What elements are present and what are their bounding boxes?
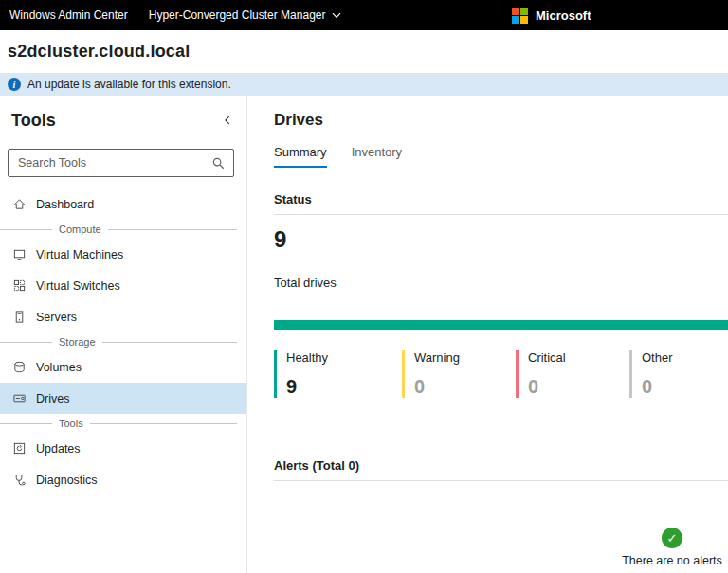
sidebar-item-drives[interactable]: Drives bbox=[0, 383, 246, 414]
tab-bar: Summary Inventory bbox=[274, 145, 728, 168]
status-section-heading: Status bbox=[274, 192, 728, 215]
tile-label: Healthy bbox=[286, 350, 402, 365]
sidebar-item-dashboard[interactable]: Dashboard bbox=[0, 188, 246, 220]
warning-tile: Warning 0 bbox=[402, 350, 516, 398]
notification-message: An update is available for this extensio… bbox=[27, 78, 231, 91]
virtual-switches-icon bbox=[11, 278, 27, 293]
diagnostics-icon bbox=[11, 473, 27, 487]
chevron-down-icon bbox=[332, 12, 341, 19]
page-title: s2dcluster.cloud.local bbox=[8, 42, 190, 62]
drives-panel: Drives Summary Inventory Status 9 Total … bbox=[247, 96, 728, 573]
sidebar-item-label: Servers bbox=[36, 311, 77, 324]
check-circle-icon: ✓ bbox=[662, 528, 682, 548]
search-input[interactable] bbox=[18, 156, 211, 170]
sidebar-item-virtual-switches[interactable]: Virtual Switches bbox=[0, 270, 246, 301]
tools-sidebar: Tools Dashboard Compute bbox=[0, 96, 247, 573]
section-divider-tools: Tools bbox=[0, 414, 246, 433]
top-app-bar: Windows Admin Center Hyper-Converged Clu… bbox=[0, 0, 728, 30]
no-alerts-empty-state: ✓ There are no alerts bbox=[616, 528, 728, 567]
dashboard-icon bbox=[11, 197, 27, 211]
tile-label: Warning bbox=[414, 350, 516, 365]
solution-switcher[interactable]: Hyper-Converged Cluster Manager bbox=[139, 9, 352, 22]
empty-state-text: There are no alerts bbox=[622, 554, 722, 567]
info-icon: i bbox=[8, 78, 21, 91]
total-drives-count: 9 bbox=[274, 226, 728, 253]
section-label: Storage bbox=[59, 336, 96, 348]
healthy-tile: Healthy 9 bbox=[274, 350, 402, 398]
update-notification-banner: i An update is available for this extens… bbox=[0, 73, 728, 96]
app-title-link[interactable]: Windows Admin Center bbox=[0, 9, 139, 22]
section-divider-compute: Compute bbox=[0, 220, 246, 239]
tile-value: 0 bbox=[642, 376, 727, 398]
tab-inventory[interactable]: Inventory bbox=[352, 145, 402, 168]
sidebar-item-label: Diagnostics bbox=[36, 474, 98, 487]
other-tile: Other 0 bbox=[629, 350, 727, 398]
section-label: Compute bbox=[59, 224, 101, 235]
tile-value: 9 bbox=[286, 376, 402, 398]
virtual-machines-icon bbox=[11, 247, 27, 261]
chevron-left-icon bbox=[222, 115, 233, 126]
section-label: Tools bbox=[59, 418, 83, 429]
total-drives-label: Total drives bbox=[274, 276, 728, 290]
solution-title: Hyper-Converged Cluster Manager bbox=[149, 9, 326, 22]
tools-nav: Dashboard Compute Virtual Machines Virtu… bbox=[0, 188, 246, 495]
sidebar-item-label: Volumes bbox=[36, 361, 82, 374]
servers-icon bbox=[11, 310, 27, 324]
microsoft-logo-icon bbox=[512, 8, 528, 24]
search-icon bbox=[211, 156, 226, 170]
sidebar-item-volumes[interactable]: Volumes bbox=[0, 351, 246, 383]
microsoft-brand-label: Microsoft bbox=[536, 9, 592, 23]
cluster-header: s2dcluster.cloud.local bbox=[0, 30, 728, 73]
updates-icon bbox=[11, 441, 27, 456]
section-divider-storage: Storage bbox=[0, 332, 246, 351]
panel-title: Drives bbox=[274, 111, 728, 130]
tools-header: Tools bbox=[0, 109, 246, 132]
drives-icon bbox=[11, 391, 27, 405]
sidebar-item-label: Virtual Switches bbox=[36, 279, 120, 293]
tab-summary[interactable]: Summary bbox=[274, 145, 327, 168]
sidebar-item-label: Dashboard bbox=[36, 198, 94, 211]
tile-label: Other bbox=[642, 350, 727, 365]
drive-health-bar bbox=[274, 320, 728, 330]
tile-value: 0 bbox=[414, 376, 516, 398]
volumes-icon bbox=[11, 360, 27, 374]
sidebar-title: Tools bbox=[11, 111, 56, 131]
sidebar-item-diagnostics[interactable]: Diagnostics bbox=[0, 464, 246, 495]
tile-value: 0 bbox=[528, 376, 629, 398]
sidebar-item-label: Virtual Machines bbox=[36, 248, 123, 261]
collapse-sidebar-button[interactable] bbox=[222, 115, 233, 126]
alerts-section-heading: Alerts (Total 0) bbox=[274, 458, 728, 481]
critical-tile: Critical 0 bbox=[516, 350, 629, 398]
search-tools-box[interactable] bbox=[8, 149, 234, 177]
status-tiles: Healthy 9 Warning 0 Critical 0 Other 0 bbox=[274, 350, 728, 398]
sidebar-item-updates[interactable]: Updates bbox=[0, 433, 246, 464]
sidebar-item-virtual-machines[interactable]: Virtual Machines bbox=[0, 239, 246, 270]
sidebar-item-servers[interactable]: Servers bbox=[0, 301, 246, 332]
sidebar-item-label: Updates bbox=[36, 442, 81, 456]
microsoft-brand: Microsoft bbox=[512, 0, 592, 30]
sidebar-item-label: Drives bbox=[36, 392, 69, 405]
tile-label: Critical bbox=[528, 350, 629, 365]
